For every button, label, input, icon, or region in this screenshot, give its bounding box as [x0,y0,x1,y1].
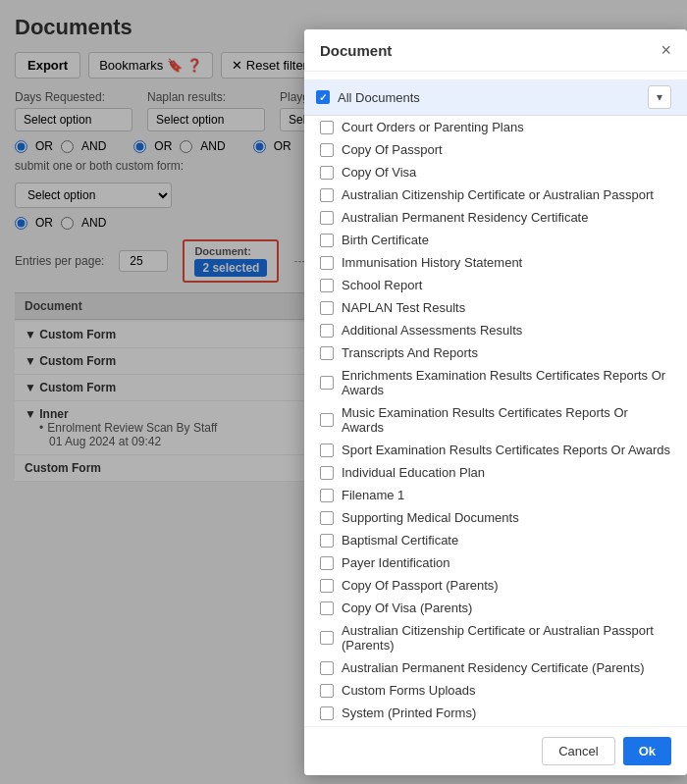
checkbox-supporting-medical [320,511,334,525]
checkbox-payer-id [320,556,334,570]
list-item[interactable]: Australian Citizenship Certificate or Au… [304,183,687,206]
checkbox-custom-forms-uploads [320,684,334,698]
list-item[interactable]: School Report [304,274,687,296]
item-label: Sport Examination Results Certificates R… [342,443,670,457]
modal-close-button[interactable]: × [661,41,671,59]
checkbox-filename1 [320,489,334,502]
list-item[interactable]: Australian Permanent Residency Certifica… [304,656,687,679]
checkbox-aus-perm-parents [320,661,334,675]
item-label: Court Orders or Parenting Plans [342,120,524,134]
item-label: Enrichments Examination Results Certific… [342,368,671,397]
checkbox-system-printed [320,706,334,720]
item-label: Immunisation History Statement [342,255,522,270]
chevron-down-icon[interactable]: ▾ [648,85,671,109]
all-docs-checkbox [316,90,330,104]
checkbox-copy-visa-parents [320,601,334,615]
item-label: Music Examination Results Certificates R… [342,405,671,435]
modal-body: All Documents ▾ Court Orders or Parentin… [304,72,687,726]
ok-button[interactable]: Ok [623,737,671,765]
item-label: Copy Of Visa (Parents) [342,601,472,615]
item-label: Filename 1 [342,488,404,502]
list-item[interactable]: Birth Certificate [304,229,687,251]
item-label: NAPLAN Test Results [342,300,465,315]
list-item[interactable]: Individual Education Plan [304,461,687,484]
item-label: Copy Of Visa [342,165,416,180]
checkbox-additional [320,324,334,338]
item-label: Individual Education Plan [342,465,485,480]
list-item[interactable]: Additional Assessments Results [304,319,687,341]
item-label: Payer Identification [342,555,450,570]
item-label: School Report [342,278,422,292]
checkbox-naplan [320,301,334,315]
all-docs-label: All Documents [338,90,420,105]
checkbox-aus-perm [320,211,334,225]
item-label: Australian Permanent Residency Certifica… [342,660,645,675]
list-item[interactable]: Australian Citizenship Certificate or Au… [304,619,687,656]
item-label: Custom Forms Uploads [342,683,476,698]
modal-footer: Cancel Ok [304,726,687,775]
checkbox-transcripts [320,346,334,360]
list-item[interactable]: Court Orders or Parenting Plans [304,116,687,138]
checkbox-school-report [320,279,334,292]
list-item[interactable]: Baptismal Certificate [304,529,687,551]
cancel-button[interactable]: Cancel [542,737,614,765]
item-label: Australian Citizenship Certificate or Au… [342,187,654,202]
list-item[interactable]: NAPLAN Test Results [304,296,687,319]
item-label: System (Printed Forms) [342,706,476,720]
checkbox-copy-passport [320,143,334,157]
list-item[interactable]: Supporting Medical Documents [304,506,687,529]
list-item[interactable]: Filename 1 [304,484,687,506]
modal-title: Document [320,42,392,59]
list-item[interactable]: Copy Of Visa (Parents) [304,597,687,619]
list-item[interactable]: Copy Of Passport (Parents) [304,574,687,597]
item-label: Copy Of Passport [342,142,443,157]
checkbox-copy-visa [320,166,334,180]
list-item[interactable]: Enrichments Examination Results Certific… [304,364,687,401]
item-label: Copy Of Passport (Parents) [342,578,499,593]
list-item[interactable]: Music Examination Results Certificates R… [304,401,687,439]
checkbox-court-orders [320,121,334,134]
item-label: Birth Certificate [342,233,429,247]
checkbox-copy-passport-parents [320,579,334,593]
item-label: Australian Citizenship Certificate or Au… [342,623,671,653]
checkbox-aus-citizenship [320,188,334,202]
modal-header: Document × [304,29,687,72]
item-label: Supporting Medical Documents [342,510,519,525]
list-item[interactable]: Immunisation History Statement [304,251,687,274]
item-label: Baptismal Certificate [342,533,458,548]
all-documents-item[interactable]: All Documents ▾ [304,79,687,116]
item-label: Additional Assessments Results [342,323,522,338]
item-label: Transcripts And Reports [342,345,478,360]
checkbox-enrichments [320,376,334,390]
checkbox-individual-edu [320,466,334,480]
checkbox-sport [320,444,334,457]
list-item[interactable]: Copy Of Visa [304,161,687,183]
list-item[interactable]: Transcripts And Reports [304,341,687,364]
list-item[interactable]: Payer Identification [304,551,687,574]
checkbox-baptismal [320,534,334,548]
item-label: Australian Permanent Residency Certifica… [342,210,588,225]
checkbox-music [320,413,334,427]
list-item[interactable]: Copy Of Passport [304,138,687,161]
document-modal: Document × All Documents ▾ Court Orders … [304,29,687,775]
checkbox-aus-citizenship-parents [320,631,334,645]
checkbox-immunisation [320,256,334,270]
checkbox-birth-cert [320,234,334,247]
list-item[interactable]: System (Printed Forms) [304,702,687,724]
list-item[interactable]: Australian Permanent Residency Certifica… [304,206,687,229]
list-item[interactable]: Sport Examination Results Certificates R… [304,439,687,461]
list-item[interactable]: Custom Forms Uploads [304,679,687,702]
